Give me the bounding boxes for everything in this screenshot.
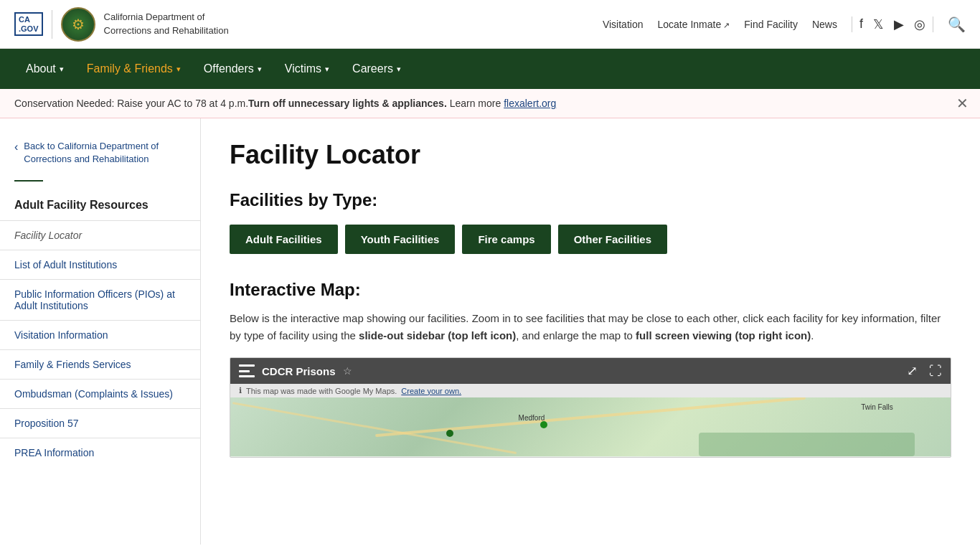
chevron-down-icon: ▾ <box>60 65 64 74</box>
adult-facilities-button[interactable]: Adult Facilities <box>230 225 338 254</box>
map-title: CDCR Prisons <box>262 365 336 377</box>
facility-buttons: Adult Facilities Youth Facilities Fire c… <box>230 225 951 254</box>
other-facilities-button[interactable]: Other Facilities <box>558 225 667 254</box>
facebook-icon[interactable]: f <box>859 17 863 32</box>
sidebar-divider <box>14 180 43 182</box>
nav-item-family-friends[interactable]: Family & Friends ▾ <box>75 49 192 89</box>
map-pin-1 <box>540 421 547 428</box>
chevron-down-icon: ▾ <box>258 65 262 74</box>
nav-label-victims: Victims <box>285 62 321 75</box>
locate-inmate-link[interactable]: Locate Inmate <box>657 19 730 30</box>
alert-close-button[interactable]: ✕ <box>956 95 969 112</box>
main-navbar: About ▾ Family & Friends ▾ Offenders ▾ V… <box>0 49 980 89</box>
facilities-section-title: Facilities by Type: <box>230 190 951 210</box>
sidebar-item-list-institutions[interactable]: List of Adult Institutions <box>0 250 200 279</box>
map-label-twin-falls: Twin Falls <box>861 403 892 411</box>
sidebar-item-pio[interactable]: Public Information Officers (PIOs) at Ad… <box>0 279 200 320</box>
main-layout: ‹ Back to California Department of Corre… <box>0 118 980 545</box>
nav-item-offenders[interactable]: Offenders ▾ <box>192 49 273 89</box>
main-content: Facility Locator Facilities by Type: Adu… <box>201 118 980 545</box>
alert-text-plain: Conservation Needed: Raise your AC to 78… <box>14 98 248 109</box>
sidebar: ‹ Back to California Department of Corre… <box>0 118 201 545</box>
map-fullscreen-icon[interactable]: ⛶ <box>929 364 942 379</box>
alert-link[interactable]: flexalert.org <box>504 98 556 109</box>
map-desc-bold2: full screen viewing (top right icon) <box>636 329 811 342</box>
map-label-medford: Medford <box>519 414 545 422</box>
map-sidebar-toggle-icon[interactable] <box>239 364 255 377</box>
map-description: Below is the interactive map showing our… <box>230 310 951 344</box>
map-header-right: ⤢ ⛶ <box>907 363 942 379</box>
map-pin-2 <box>446 430 453 437</box>
nav-item-about[interactable]: About ▾ <box>14 49 75 89</box>
map-container[interactable]: CDCR Prisons ☆ ⤢ ⛶ ℹ This map was made w… <box>230 357 951 458</box>
page-title: Facility Locator <box>230 140 951 170</box>
sidebar-item-visitation[interactable]: Visitation Information <box>0 320 200 349</box>
header-nav: Visitation Locate Inmate Find Facility N… <box>603 19 837 30</box>
header-left: CA .GOV ⚙ California Department of Corre… <box>14 7 229 42</box>
map-star-icon: ☆ <box>343 365 352 377</box>
sidebar-item-prop57[interactable]: Proposition 57 <box>0 408 200 438</box>
info-icon: ℹ <box>239 386 242 395</box>
nav-label-offenders: Offenders <box>204 62 254 75</box>
instagram-icon[interactable]: ◎ <box>914 17 925 32</box>
header-right: Visitation Locate Inmate Find Facility N… <box>603 16 966 33</box>
chevron-down-icon: ▾ <box>397 65 401 74</box>
sidebar-item-facility-locator[interactable]: Facility Locator <box>0 220 200 250</box>
map-desc-mid: , and enlarge the map to <box>516 329 636 342</box>
sidebar-item-ombudsman[interactable]: Ombudsman (Complaints & Issues) <box>0 379 200 408</box>
alert-text-more: Learn more <box>447 98 504 109</box>
header-divider <box>52 10 52 39</box>
news-link[interactable]: News <box>812 19 837 30</box>
nav-item-careers[interactable]: Careers ▾ <box>341 49 413 89</box>
nav-label-family-friends: Family & Friends <box>87 62 173 75</box>
nav-item-victims[interactable]: Victims ▾ <box>273 49 341 89</box>
map-desc-bold1: slide-out sidebar (top left icon) <box>359 329 516 342</box>
map-body[interactable]: Medford Twin Falls <box>230 397 951 456</box>
map-made-text: This map was made with Google My Maps. <box>246 387 397 395</box>
alert-text-bold: Turn off unnecessary lights & appliances… <box>248 98 447 109</box>
sidebar-back-link[interactable]: ‹ Back to California Department of Corre… <box>0 133 200 177</box>
org-name: California Department of Corrections and… <box>104 11 229 37</box>
twitter-icon[interactable]: 𝕏 <box>873 17 884 32</box>
nav-items: About ▾ Family & Friends ▾ Offenders ▾ V… <box>14 49 413 89</box>
map-create-link[interactable]: Create your own. <box>401 387 461 395</box>
sidebar-back-text: Back to California Department of Correct… <box>24 140 186 166</box>
youtube-icon[interactable]: ▶ <box>894 17 904 32</box>
map-header-left: CDCR Prisons ☆ <box>239 364 352 377</box>
search-icon[interactable]: 🔍 <box>948 16 966 33</box>
map-terrain-green <box>699 433 915 456</box>
chevron-down-icon: ▾ <box>176 65 181 74</box>
map-desc-end: . <box>811 329 814 342</box>
chevron-down-icon: ▾ <box>325 65 329 74</box>
sidebar-section-title: Adult Facility Resources <box>0 193 200 220</box>
nav-label-careers: Careers <box>352 62 393 75</box>
sidebar-item-prea[interactable]: PREA Information <box>0 438 200 467</box>
map-header: CDCR Prisons ☆ ⤢ ⛶ <box>230 358 951 384</box>
sidebar-item-family-friends-services[interactable]: Family & Friends Services <box>0 349 200 379</box>
alert-banner: Conservation Needed: Raise your AC to 78… <box>0 89 980 118</box>
find-facility-link[interactable]: Find Facility <box>744 19 798 30</box>
map-road-1 <box>375 397 806 437</box>
cdcr-seal: ⚙ <box>61 7 95 42</box>
fire-camps-button[interactable]: Fire camps <box>462 225 550 254</box>
social-icons: f 𝕏 ▶ ◎ <box>852 17 933 32</box>
chevron-left-icon: ‹ <box>14 141 18 154</box>
ca-gov-logo: CA .GOV <box>14 12 43 35</box>
map-share-icon[interactable]: ⤢ <box>907 363 918 379</box>
youth-facilities-button[interactable]: Youth Facilities <box>345 225 456 254</box>
nav-label-about: About <box>26 62 56 75</box>
map-info-bar: ℹ This map was made with Google My Maps.… <box>230 384 951 397</box>
map-section-title: Interactive Map: <box>230 280 951 300</box>
site-header: CA .GOV ⚙ California Department of Corre… <box>0 0 980 49</box>
visitation-link[interactable]: Visitation <box>603 19 644 30</box>
